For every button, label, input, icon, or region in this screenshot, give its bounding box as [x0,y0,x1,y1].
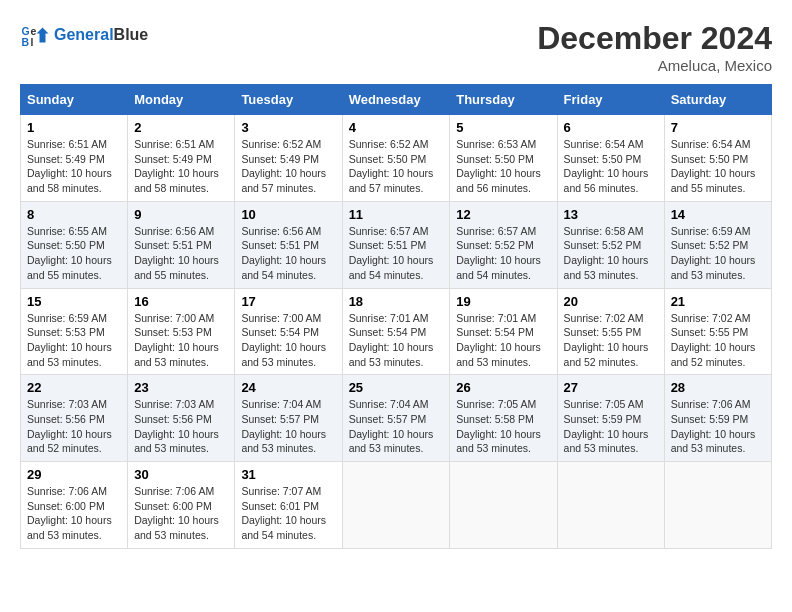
calendar-cell: 31Sunrise: 7:07 AMSunset: 6:01 PMDayligh… [235,462,342,549]
day-info: Sunrise: 7:06 AMSunset: 6:00 PMDaylight:… [134,484,228,543]
day-info: Sunrise: 6:51 AMSunset: 5:49 PMDaylight:… [27,137,121,196]
day-info: Sunrise: 6:59 AMSunset: 5:53 PMDaylight:… [27,311,121,370]
day-number: 4 [349,120,444,135]
calendar-cell: 6Sunrise: 6:54 AMSunset: 5:50 PMDaylight… [557,115,664,202]
day-number: 1 [27,120,121,135]
calendar-week-row: 22Sunrise: 7:03 AMSunset: 5:56 PMDayligh… [21,375,772,462]
calendar-header-row: SundayMondayTuesdayWednesdayThursdayFrid… [21,85,772,115]
day-number: 21 [671,294,765,309]
weekday-header: Wednesday [342,85,450,115]
month-title: December 2024 [537,20,772,57]
day-number: 15 [27,294,121,309]
calendar-cell: 15Sunrise: 6:59 AMSunset: 5:53 PMDayligh… [21,288,128,375]
day-number: 30 [134,467,228,482]
calendar-cell: 17Sunrise: 7:00 AMSunset: 5:54 PMDayligh… [235,288,342,375]
day-number: 14 [671,207,765,222]
calendar-cell: 23Sunrise: 7:03 AMSunset: 5:56 PMDayligh… [128,375,235,462]
day-number: 26 [456,380,550,395]
svg-text:l: l [31,36,34,48]
calendar-cell: 1Sunrise: 6:51 AMSunset: 5:49 PMDaylight… [21,115,128,202]
day-number: 2 [134,120,228,135]
calendar-week-row: 15Sunrise: 6:59 AMSunset: 5:53 PMDayligh… [21,288,772,375]
calendar-cell: 7Sunrise: 6:54 AMSunset: 5:50 PMDaylight… [664,115,771,202]
calendar-cell [664,462,771,549]
day-number: 6 [564,120,658,135]
weekday-header: Tuesday [235,85,342,115]
day-info: Sunrise: 6:55 AMSunset: 5:50 PMDaylight:… [27,224,121,283]
day-info: Sunrise: 7:03 AMSunset: 5:56 PMDaylight:… [134,397,228,456]
calendar-cell: 4Sunrise: 6:52 AMSunset: 5:50 PMDaylight… [342,115,450,202]
day-number: 29 [27,467,121,482]
calendar-week-row: 8Sunrise: 6:55 AMSunset: 5:50 PMDaylight… [21,201,772,288]
day-number: 20 [564,294,658,309]
day-number: 22 [27,380,121,395]
day-info: Sunrise: 7:02 AMSunset: 5:55 PMDaylight:… [671,311,765,370]
day-number: 19 [456,294,550,309]
day-info: Sunrise: 6:59 AMSunset: 5:52 PMDaylight:… [671,224,765,283]
calendar-table: SundayMondayTuesdayWednesdayThursdayFrid… [20,84,772,549]
day-info: Sunrise: 6:56 AMSunset: 5:51 PMDaylight:… [134,224,228,283]
day-number: 24 [241,380,335,395]
calendar-cell: 25Sunrise: 7:04 AMSunset: 5:57 PMDayligh… [342,375,450,462]
day-info: Sunrise: 6:53 AMSunset: 5:50 PMDaylight:… [456,137,550,196]
day-info: Sunrise: 6:57 AMSunset: 5:51 PMDaylight:… [349,224,444,283]
day-number: 11 [349,207,444,222]
day-info: Sunrise: 6:57 AMSunset: 5:52 PMDaylight:… [456,224,550,283]
calendar-cell: 11Sunrise: 6:57 AMSunset: 5:51 PMDayligh… [342,201,450,288]
day-number: 23 [134,380,228,395]
day-info: Sunrise: 7:04 AMSunset: 5:57 PMDaylight:… [241,397,335,456]
calendar-cell: 16Sunrise: 7:00 AMSunset: 5:53 PMDayligh… [128,288,235,375]
calendar-cell: 21Sunrise: 7:02 AMSunset: 5:55 PMDayligh… [664,288,771,375]
day-number: 3 [241,120,335,135]
day-number: 31 [241,467,335,482]
day-info: Sunrise: 7:03 AMSunset: 5:56 PMDaylight:… [27,397,121,456]
day-number: 9 [134,207,228,222]
day-number: 10 [241,207,335,222]
day-info: Sunrise: 6:52 AMSunset: 5:50 PMDaylight:… [349,137,444,196]
day-number: 16 [134,294,228,309]
logo-line1: GeneralBlue [54,26,148,44]
calendar-cell: 2Sunrise: 6:51 AMSunset: 5:49 PMDaylight… [128,115,235,202]
day-number: 27 [564,380,658,395]
day-info: Sunrise: 7:00 AMSunset: 5:54 PMDaylight:… [241,311,335,370]
day-info: Sunrise: 7:01 AMSunset: 5:54 PMDaylight:… [349,311,444,370]
day-number: 5 [456,120,550,135]
weekday-header: Saturday [664,85,771,115]
page-header: G e B l GeneralBlue December 2024 Ameluc… [20,20,772,74]
calendar-cell: 19Sunrise: 7:01 AMSunset: 5:54 PMDayligh… [450,288,557,375]
calendar-cell: 29Sunrise: 7:06 AMSunset: 6:00 PMDayligh… [21,462,128,549]
logo: G e B l GeneralBlue [20,20,148,50]
day-info: Sunrise: 6:56 AMSunset: 5:51 PMDaylight:… [241,224,335,283]
day-number: 7 [671,120,765,135]
calendar-cell: 14Sunrise: 6:59 AMSunset: 5:52 PMDayligh… [664,201,771,288]
day-number: 17 [241,294,335,309]
calendar-cell: 27Sunrise: 7:05 AMSunset: 5:59 PMDayligh… [557,375,664,462]
day-number: 28 [671,380,765,395]
calendar-cell: 12Sunrise: 6:57 AMSunset: 5:52 PMDayligh… [450,201,557,288]
calendar-cell [450,462,557,549]
calendar-cell: 3Sunrise: 6:52 AMSunset: 5:49 PMDaylight… [235,115,342,202]
weekday-header: Sunday [21,85,128,115]
calendar-cell: 20Sunrise: 7:02 AMSunset: 5:55 PMDayligh… [557,288,664,375]
day-number: 18 [349,294,444,309]
calendar-cell: 18Sunrise: 7:01 AMSunset: 5:54 PMDayligh… [342,288,450,375]
calendar-cell: 30Sunrise: 7:06 AMSunset: 6:00 PMDayligh… [128,462,235,549]
weekday-header: Monday [128,85,235,115]
day-number: 25 [349,380,444,395]
calendar-cell: 13Sunrise: 6:58 AMSunset: 5:52 PMDayligh… [557,201,664,288]
day-info: Sunrise: 7:01 AMSunset: 5:54 PMDaylight:… [456,311,550,370]
day-info: Sunrise: 6:54 AMSunset: 5:50 PMDaylight:… [564,137,658,196]
calendar-cell: 24Sunrise: 7:04 AMSunset: 5:57 PMDayligh… [235,375,342,462]
svg-text:B: B [22,36,30,48]
day-info: Sunrise: 7:02 AMSunset: 5:55 PMDaylight:… [564,311,658,370]
calendar-cell [342,462,450,549]
svg-marker-4 [37,28,49,43]
title-block: December 2024 Ameluca, Mexico [537,20,772,74]
day-number: 13 [564,207,658,222]
calendar-cell: 10Sunrise: 6:56 AMSunset: 5:51 PMDayligh… [235,201,342,288]
day-info: Sunrise: 7:05 AMSunset: 5:59 PMDaylight:… [564,397,658,456]
day-number: 12 [456,207,550,222]
day-info: Sunrise: 6:58 AMSunset: 5:52 PMDaylight:… [564,224,658,283]
calendar-cell: 28Sunrise: 7:06 AMSunset: 5:59 PMDayligh… [664,375,771,462]
day-info: Sunrise: 6:51 AMSunset: 5:49 PMDaylight:… [134,137,228,196]
